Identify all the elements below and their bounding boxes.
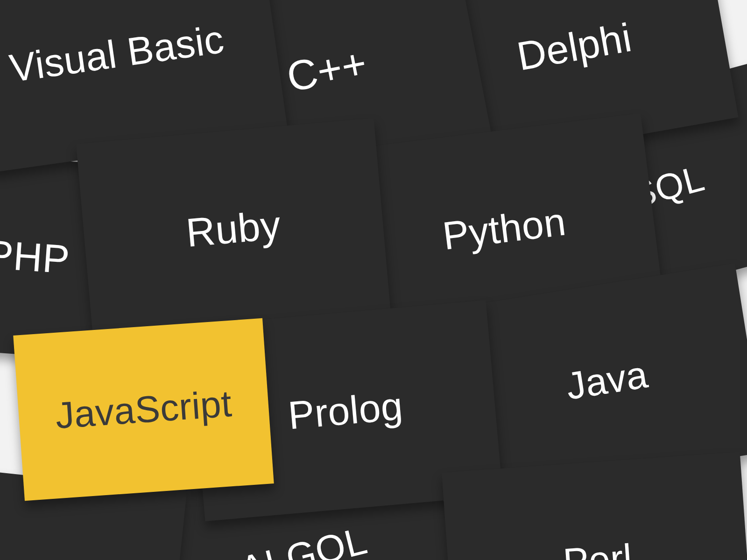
card-perl-label: Perl [562, 536, 634, 560]
card-visual-basic-label: Visual Basic [7, 16, 226, 91]
card-ruby: Ruby [76, 118, 391, 339]
card-javascript: JavaScript [13, 318, 274, 501]
card-cpp-label: C++ [283, 39, 371, 101]
card-delphi-label: Delphi [514, 14, 635, 79]
card-prolog-label: Prolog [286, 383, 404, 438]
card-javascript-label: JavaScript [54, 382, 233, 437]
card-ruby-label: Ruby [184, 202, 283, 256]
card-php-label: PHP [0, 231, 71, 282]
card-algol-label: ALGOL [236, 518, 372, 560]
card-java-label: Java [563, 352, 651, 408]
language-cards-pile: SQL Delphi PHP C++ Visual Basic Python R… [0, 0, 747, 560]
card-python-label: Python [440, 199, 568, 259]
